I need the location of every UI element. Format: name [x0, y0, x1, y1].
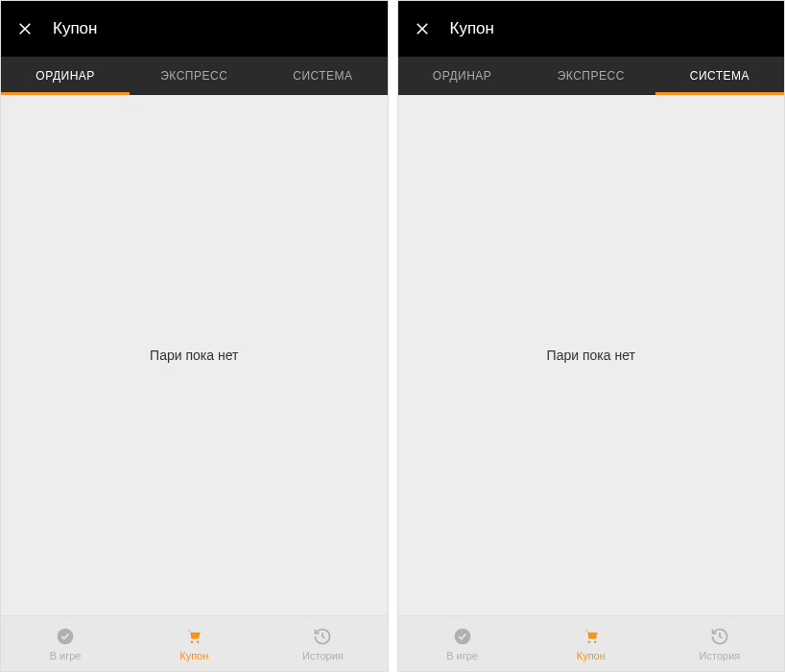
app-header: Купон — [398, 1, 785, 57]
tab-system[interactable]: СИСТЕМА — [258, 57, 387, 95]
tab-label: ЭКСПРЕСС — [160, 69, 227, 83]
nav-label: История — [302, 650, 344, 661]
bottom-nav: В игре Купон История — [398, 615, 785, 671]
content-area: Пари пока нет — [398, 95, 785, 615]
nav-item-coupon[interactable]: Купон — [130, 616, 258, 671]
tab-label: СИСТЕМА — [293, 69, 352, 83]
tab-ordinar[interactable]: ОРДИНАР — [398, 57, 527, 95]
tabs-bar: ОРДИНАР ЭКСПРЕСС СИСТЕМА — [1, 57, 388, 95]
bottom-nav: В игре Купон История — [1, 615, 388, 671]
tabs-bar: ОРДИНАР ЭКСПРЕСС СИСТЕМА — [398, 57, 785, 95]
tab-label: ОРДИНАР — [433, 69, 491, 83]
svg-point-3 — [191, 641, 194, 644]
empty-state-text: Пари пока нет — [547, 348, 635, 363]
svg-point-9 — [594, 641, 597, 644]
content-area: Пари пока нет — [1, 95, 388, 615]
nav-label: Купон — [179, 650, 208, 661]
close-icon[interactable] — [16, 20, 34, 37]
screen-right: Купон ОРДИНАР ЭКСПРЕСС СИСТЕМА Пари пока… — [397, 0, 786, 672]
header-title: Купон — [53, 19, 97, 38]
tab-express[interactable]: ЭКСПРЕСС — [527, 57, 655, 95]
history-icon — [312, 626, 333, 647]
check-circle-icon — [55, 626, 76, 647]
nav-item-in-game[interactable]: В игре — [1, 616, 130, 671]
nav-item-coupon[interactable]: Купон — [527, 616, 655, 671]
tab-ordinar[interactable]: ОРДИНАР — [1, 57, 130, 95]
cart-icon — [183, 626, 204, 647]
app-header: Купон — [1, 1, 388, 57]
nav-label: История — [700, 650, 741, 661]
empty-state-text: Пари пока нет — [150, 348, 238, 363]
svg-point-4 — [197, 641, 200, 644]
tab-system[interactable]: СИСТЕМА — [655, 57, 784, 95]
screen-left: Купон ОРДИНАР ЭКСПРЕСС СИСТЕМА Пари пока… — [0, 0, 389, 672]
nav-item-history[interactable]: История — [655, 616, 784, 671]
nav-label: Купон — [577, 650, 606, 661]
nav-item-in-game[interactable]: В игре — [398, 616, 527, 671]
cart-icon — [581, 626, 602, 647]
svg-point-8 — [587, 641, 590, 644]
nav-item-history[interactable]: История — [258, 616, 387, 671]
tab-label: ЭКСПРЕСС — [558, 69, 625, 83]
tab-label: ОРДИНАР — [36, 69, 94, 83]
history-icon — [709, 626, 730, 647]
check-circle-icon — [452, 626, 473, 647]
tab-label: СИСТЕМА — [690, 69, 749, 83]
close-icon[interactable] — [414, 20, 431, 37]
nav-label: В игре — [446, 650, 478, 661]
header-title: Купон — [450, 19, 494, 38]
nav-label: В игре — [50, 650, 82, 661]
tab-express[interactable]: ЭКСПРЕСС — [130, 57, 258, 95]
